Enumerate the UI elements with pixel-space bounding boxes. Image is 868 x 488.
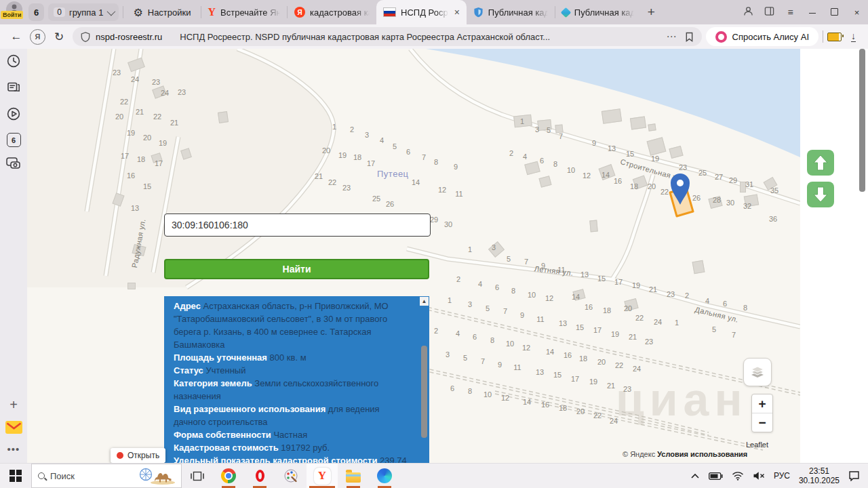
task-view-button[interactable] <box>182 464 213 488</box>
leaflet-attribution[interactable]: Leaflet <box>746 441 768 449</box>
parcel-number: 5 <box>393 142 397 150</box>
more-panels-icon[interactable]: ••• <box>7 443 20 455</box>
taskbar-paint[interactable] <box>275 464 307 488</box>
tab-close-icon[interactable]: × <box>454 7 460 18</box>
parcel-number: 19 <box>338 151 347 159</box>
parcel-number: 1 <box>675 319 679 327</box>
login-badge[interactable]: Войти <box>1 11 23 19</box>
settings-label: Настройки <box>148 7 191 18</box>
taskbar-edge[interactable] <box>369 464 400 488</box>
downloads-icon[interactable]: ↓ <box>851 31 856 42</box>
scroll-up-button[interactable] <box>807 150 834 176</box>
side-panel-icon[interactable] <box>759 6 780 18</box>
tray-battery-icon[interactable] <box>709 472 723 480</box>
parcel-number: 3 <box>492 243 496 251</box>
notification-center-icon[interactable] <box>848 470 860 481</box>
parcel-number: 9 <box>520 311 524 319</box>
bookmark-icon[interactable] <box>685 32 694 42</box>
zoom-in-button[interactable]: + <box>752 394 772 413</box>
parcel-number: 7 <box>422 153 426 161</box>
parcel-number: 7 <box>503 307 507 315</box>
tray-chevron-icon[interactable] <box>690 472 700 480</box>
yandex-services-icon[interactable]: Я <box>30 29 45 45</box>
arrow-up-icon <box>812 154 829 171</box>
start-button[interactable] <box>0 464 31 488</box>
tray-wifi-icon[interactable] <box>732 471 744 481</box>
browser-scrollbar-thumb[interactable] <box>859 49 865 192</box>
tray-volume-muted-icon[interactable] <box>753 471 765 481</box>
language-indicator[interactable]: РУС <box>774 471 790 481</box>
find-button[interactable]: Найти <box>164 259 429 279</box>
parcel-info-panel: Адрес Астраханская область, р-н Приволжс… <box>164 296 429 463</box>
scroll-arrow-up-icon[interactable]: ▲ <box>420 297 429 306</box>
url-domain: nspd-rosreestr.ru <box>96 32 162 42</box>
parcel-number: 19 <box>651 155 659 163</box>
info-row: Категория земель Земли сельскохозяйствен… <box>174 377 413 403</box>
more-icon[interactable]: ⋯ <box>664 30 679 43</box>
tabs-panel-icon[interactable]: 6 <box>7 133 21 147</box>
tray-clock[interactable]: 23:51 30.10.2025 <box>799 466 840 485</box>
settings-button[interactable]: ⚙ Настройки <box>123 6 200 19</box>
parcel-number: 25 <box>698 169 707 177</box>
parcel-number: 32 <box>743 202 751 210</box>
tab-public-map-1[interactable]: Публичная кад <box>467 0 555 24</box>
parcel-number: 20 <box>624 304 632 312</box>
parcel-number: 10 <box>506 340 514 348</box>
parcel-number: 22 <box>328 178 336 186</box>
yandex-mail-icon[interactable] <box>5 421 22 436</box>
refresh-button[interactable]: ↻ <box>50 30 68 44</box>
scroll-down-button[interactable] <box>807 182 834 207</box>
tab-group-chip[interactable]: 0 группа 1 <box>48 3 119 21</box>
taskbar-opera[interactable] <box>244 464 275 488</box>
new-tab-button[interactable]: + <box>641 5 662 20</box>
tab-kadastr-search[interactable]: Я кадастровая ка <box>288 0 376 24</box>
profile-icon[interactable] <box>738 6 759 18</box>
taskbar-yandex-browser[interactable]: Y <box>307 464 338 488</box>
tab-counter[interactable]: 6 <box>28 3 44 21</box>
parcel-number: 23 <box>679 163 687 171</box>
battery-saver-icon[interactable] <box>827 33 842 41</box>
tab-yandex-start[interactable]: Y Встречайте Ян <box>201 0 288 24</box>
window-close-button[interactable]: × <box>846 7 868 18</box>
parcel-number: 6 <box>495 283 499 291</box>
parcel-number: 26 <box>692 194 701 202</box>
taskbar-explorer[interactable] <box>338 464 369 488</box>
tab-nspd-active[interactable]: НСПД Роср × <box>376 0 467 24</box>
menu-icon[interactable]: ≡ <box>780 7 801 18</box>
yandex-browser-icon: Y <box>314 468 331 485</box>
parcel-number: 10 <box>484 390 492 399</box>
minimize-button[interactable] <box>801 7 823 18</box>
back-button[interactable]: ← <box>7 30 26 43</box>
parcel-number: 20 <box>648 182 656 190</box>
parcel-number: 12 <box>438 186 446 194</box>
parcel-number: 24 <box>654 318 662 326</box>
screenshot-icon[interactable] <box>5 156 22 174</box>
zoom-out-button[interactable]: − <box>752 413 772 432</box>
omnibox[interactable]: nspd-rosreestr.ru НСПД Росреестр. NSPD п… <box>73 27 702 46</box>
add-panel-icon[interactable]: + <box>9 397 18 413</box>
panel-scrollbar-thumb[interactable] <box>421 346 427 438</box>
tab-public-map-2[interactable]: Публичная кад <box>555 0 641 24</box>
taskbar-search-box[interactable]: Поиск <box>31 464 182 488</box>
taskbar-chrome[interactable] <box>213 464 244 488</box>
layers-button[interactable] <box>743 358 772 386</box>
parcel-number: 4 <box>380 136 384 144</box>
feed-icon[interactable] <box>6 80 21 98</box>
terms-link[interactable]: Условия использования <box>657 450 747 458</box>
parcel-number: 13 <box>131 204 139 212</box>
parcel-number: 23 <box>667 290 675 298</box>
maximize-button[interactable] <box>823 7 846 18</box>
windows-taskbar: Поиск Y РУС <box>0 463 868 488</box>
arrow-down-icon <box>812 186 829 203</box>
panel-scrollbar[interactable]: ▲ <box>420 297 429 463</box>
video-icon[interactable] <box>6 106 21 124</box>
open-chip[interactable]: Открыть <box>111 448 165 463</box>
parcel-number: 5 <box>507 255 511 263</box>
profile-button[interactable]: Войти <box>0 0 28 24</box>
cadastral-number-input[interactable] <box>164 214 431 237</box>
parcel-number: 12 <box>501 394 509 402</box>
ask-alice-button[interactable]: Спросить Алису AI <box>706 27 818 46</box>
info-row: Площадь уточненная 800 кв. м <box>174 351 413 364</box>
parcel-number: 1 <box>448 296 452 304</box>
history-icon[interactable] <box>6 54 21 71</box>
